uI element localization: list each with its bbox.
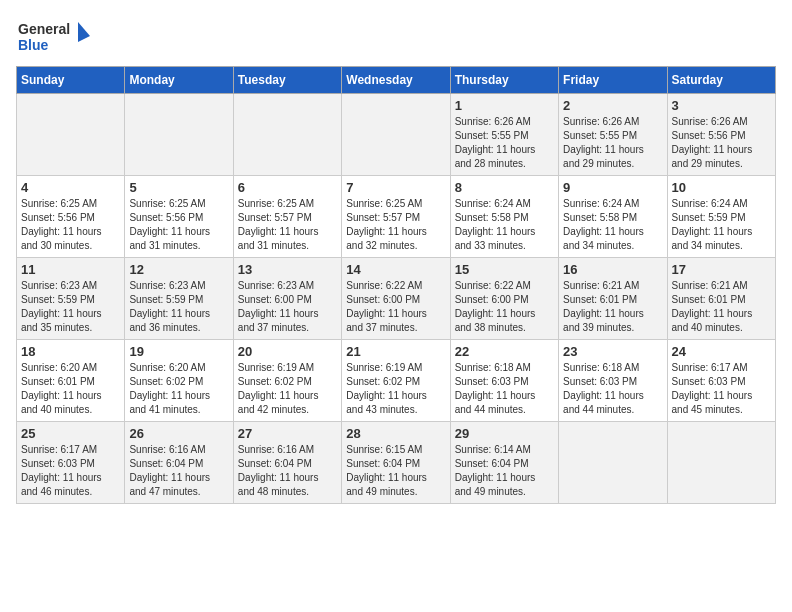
day-info: Sunrise: 6:24 AM Sunset: 5:59 PM Dayligh… <box>672 197 771 253</box>
calendar-cell: 29Sunrise: 6:14 AM Sunset: 6:04 PM Dayli… <box>450 422 558 504</box>
day-number: 14 <box>346 262 445 277</box>
day-info: Sunrise: 6:16 AM Sunset: 6:04 PM Dayligh… <box>238 443 337 499</box>
header: GeneralBlue <box>16 16 776 56</box>
calendar-cell: 12Sunrise: 6:23 AM Sunset: 5:59 PM Dayli… <box>125 258 233 340</box>
day-info: Sunrise: 6:25 AM Sunset: 5:56 PM Dayligh… <box>129 197 228 253</box>
day-number: 16 <box>563 262 662 277</box>
day-number: 19 <box>129 344 228 359</box>
day-info: Sunrise: 6:19 AM Sunset: 6:02 PM Dayligh… <box>238 361 337 417</box>
day-number: 24 <box>672 344 771 359</box>
day-info: Sunrise: 6:20 AM Sunset: 6:01 PM Dayligh… <box>21 361 120 417</box>
day-number: 18 <box>21 344 120 359</box>
day-number: 12 <box>129 262 228 277</box>
day-number: 10 <box>672 180 771 195</box>
calendar-cell: 24Sunrise: 6:17 AM Sunset: 6:03 PM Dayli… <box>667 340 775 422</box>
week-row-3: 11Sunrise: 6:23 AM Sunset: 5:59 PM Dayli… <box>17 258 776 340</box>
calendar-cell: 16Sunrise: 6:21 AM Sunset: 6:01 PM Dayli… <box>559 258 667 340</box>
day-info: Sunrise: 6:23 AM Sunset: 6:00 PM Dayligh… <box>238 279 337 335</box>
calendar-cell: 5Sunrise: 6:25 AM Sunset: 5:56 PM Daylig… <box>125 176 233 258</box>
day-info: Sunrise: 6:22 AM Sunset: 6:00 PM Dayligh… <box>455 279 554 335</box>
day-info: Sunrise: 6:24 AM Sunset: 5:58 PM Dayligh… <box>563 197 662 253</box>
weekday-header-sunday: Sunday <box>17 67 125 94</box>
day-number: 3 <box>672 98 771 113</box>
day-info: Sunrise: 6:25 AM Sunset: 5:57 PM Dayligh… <box>238 197 337 253</box>
calendar-cell: 9Sunrise: 6:24 AM Sunset: 5:58 PM Daylig… <box>559 176 667 258</box>
day-info: Sunrise: 6:15 AM Sunset: 6:04 PM Dayligh… <box>346 443 445 499</box>
day-info: Sunrise: 6:23 AM Sunset: 5:59 PM Dayligh… <box>129 279 228 335</box>
day-info: Sunrise: 6:19 AM Sunset: 6:02 PM Dayligh… <box>346 361 445 417</box>
calendar-cell: 7Sunrise: 6:25 AM Sunset: 5:57 PM Daylig… <box>342 176 450 258</box>
day-number: 22 <box>455 344 554 359</box>
calendar-table: SundayMondayTuesdayWednesdayThursdayFrid… <box>16 66 776 504</box>
day-number: 2 <box>563 98 662 113</box>
calendar-cell: 23Sunrise: 6:18 AM Sunset: 6:03 PM Dayli… <box>559 340 667 422</box>
weekday-header-row: SundayMondayTuesdayWednesdayThursdayFrid… <box>17 67 776 94</box>
day-info: Sunrise: 6:20 AM Sunset: 6:02 PM Dayligh… <box>129 361 228 417</box>
svg-text:Blue: Blue <box>18 37 49 53</box>
day-info: Sunrise: 6:26 AM Sunset: 5:56 PM Dayligh… <box>672 115 771 171</box>
day-number: 29 <box>455 426 554 441</box>
calendar-cell: 26Sunrise: 6:16 AM Sunset: 6:04 PM Dayli… <box>125 422 233 504</box>
day-info: Sunrise: 6:25 AM Sunset: 5:57 PM Dayligh… <box>346 197 445 253</box>
day-number: 15 <box>455 262 554 277</box>
weekday-header-thursday: Thursday <box>450 67 558 94</box>
day-info: Sunrise: 6:16 AM Sunset: 6:04 PM Dayligh… <box>129 443 228 499</box>
day-number: 6 <box>238 180 337 195</box>
day-number: 9 <box>563 180 662 195</box>
calendar-cell: 28Sunrise: 6:15 AM Sunset: 6:04 PM Dayli… <box>342 422 450 504</box>
calendar-cell: 27Sunrise: 6:16 AM Sunset: 6:04 PM Dayli… <box>233 422 341 504</box>
week-row-5: 25Sunrise: 6:17 AM Sunset: 6:03 PM Dayli… <box>17 422 776 504</box>
calendar-cell: 22Sunrise: 6:18 AM Sunset: 6:03 PM Dayli… <box>450 340 558 422</box>
calendar-cell: 18Sunrise: 6:20 AM Sunset: 6:01 PM Dayli… <box>17 340 125 422</box>
day-number: 21 <box>346 344 445 359</box>
calendar-cell: 1Sunrise: 6:26 AM Sunset: 5:55 PM Daylig… <box>450 94 558 176</box>
calendar-cell: 3Sunrise: 6:26 AM Sunset: 5:56 PM Daylig… <box>667 94 775 176</box>
weekday-header-tuesday: Tuesday <box>233 67 341 94</box>
calendar-cell: 13Sunrise: 6:23 AM Sunset: 6:00 PM Dayli… <box>233 258 341 340</box>
week-row-1: 1Sunrise: 6:26 AM Sunset: 5:55 PM Daylig… <box>17 94 776 176</box>
day-number: 11 <box>21 262 120 277</box>
week-row-4: 18Sunrise: 6:20 AM Sunset: 6:01 PM Dayli… <box>17 340 776 422</box>
day-info: Sunrise: 6:17 AM Sunset: 6:03 PM Dayligh… <box>21 443 120 499</box>
day-info: Sunrise: 6:22 AM Sunset: 6:00 PM Dayligh… <box>346 279 445 335</box>
day-info: Sunrise: 6:25 AM Sunset: 5:56 PM Dayligh… <box>21 197 120 253</box>
calendar-cell <box>17 94 125 176</box>
day-info: Sunrise: 6:21 AM Sunset: 6:01 PM Dayligh… <box>563 279 662 335</box>
calendar-cell: 11Sunrise: 6:23 AM Sunset: 5:59 PM Dayli… <box>17 258 125 340</box>
day-number: 17 <box>672 262 771 277</box>
day-number: 4 <box>21 180 120 195</box>
day-info: Sunrise: 6:14 AM Sunset: 6:04 PM Dayligh… <box>455 443 554 499</box>
day-number: 23 <box>563 344 662 359</box>
calendar-cell <box>233 94 341 176</box>
day-number: 1 <box>455 98 554 113</box>
calendar-cell <box>667 422 775 504</box>
day-number: 27 <box>238 426 337 441</box>
day-info: Sunrise: 6:26 AM Sunset: 5:55 PM Dayligh… <box>563 115 662 171</box>
calendar-cell: 8Sunrise: 6:24 AM Sunset: 5:58 PM Daylig… <box>450 176 558 258</box>
day-info: Sunrise: 6:18 AM Sunset: 6:03 PM Dayligh… <box>563 361 662 417</box>
day-info: Sunrise: 6:18 AM Sunset: 6:03 PM Dayligh… <box>455 361 554 417</box>
svg-text:General: General <box>18 21 70 37</box>
weekday-header-friday: Friday <box>559 67 667 94</box>
weekday-header-wednesday: Wednesday <box>342 67 450 94</box>
day-number: 26 <box>129 426 228 441</box>
day-number: 25 <box>21 426 120 441</box>
calendar-cell: 17Sunrise: 6:21 AM Sunset: 6:01 PM Dayli… <box>667 258 775 340</box>
day-number: 8 <box>455 180 554 195</box>
calendar-cell <box>125 94 233 176</box>
calendar-cell <box>342 94 450 176</box>
day-number: 13 <box>238 262 337 277</box>
calendar-cell: 25Sunrise: 6:17 AM Sunset: 6:03 PM Dayli… <box>17 422 125 504</box>
logo: GeneralBlue <box>16 16 96 56</box>
day-number: 7 <box>346 180 445 195</box>
weekday-header-monday: Monday <box>125 67 233 94</box>
day-info: Sunrise: 6:23 AM Sunset: 5:59 PM Dayligh… <box>21 279 120 335</box>
calendar-cell: 6Sunrise: 6:25 AM Sunset: 5:57 PM Daylig… <box>233 176 341 258</box>
day-info: Sunrise: 6:17 AM Sunset: 6:03 PM Dayligh… <box>672 361 771 417</box>
calendar-cell: 2Sunrise: 6:26 AM Sunset: 5:55 PM Daylig… <box>559 94 667 176</box>
calendar-cell: 15Sunrise: 6:22 AM Sunset: 6:00 PM Dayli… <box>450 258 558 340</box>
day-number: 28 <box>346 426 445 441</box>
svg-marker-2 <box>78 22 90 42</box>
day-info: Sunrise: 6:21 AM Sunset: 6:01 PM Dayligh… <box>672 279 771 335</box>
logo-icon: GeneralBlue <box>16 16 96 56</box>
